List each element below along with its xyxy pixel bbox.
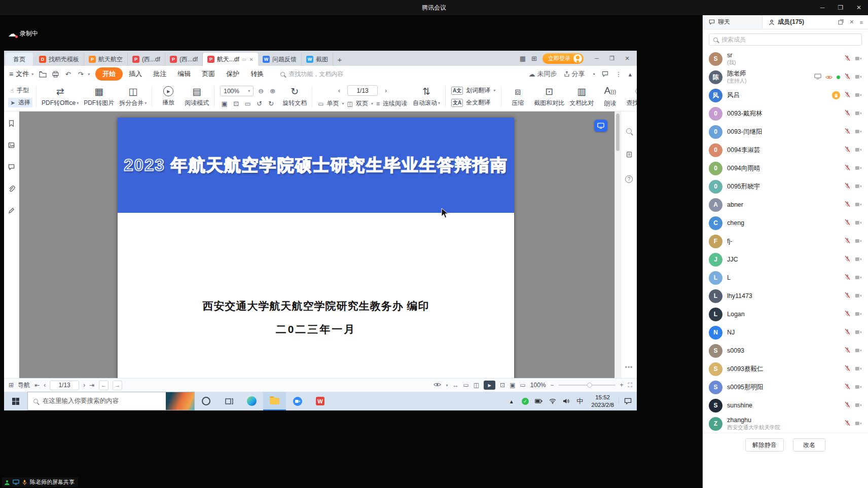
wps-tab[interactable]: P (西...df bbox=[128, 53, 165, 66]
print-button[interactable] bbox=[50, 71, 61, 78]
nav-toggle[interactable]: ⊞ 导航 bbox=[9, 381, 30, 390]
statusbar-page-indicator[interactable]: 1/13 bbox=[50, 381, 79, 390]
share-button[interactable]: 分享 bbox=[564, 69, 585, 79]
start-button[interactable] bbox=[4, 392, 27, 410]
hand-tool-button[interactable]: ☝手型 bbox=[10, 86, 30, 95]
zoom-select[interactable]: 100%▾ bbox=[220, 86, 254, 96]
slideshow-button[interactable]: ▶ bbox=[484, 381, 495, 390]
member-row[interactable]: S s0093蔡毅仁 bbox=[703, 360, 868, 378]
wps-tab[interactable]: W 问题反馈 bbox=[258, 53, 302, 66]
comment-icon[interactable] bbox=[602, 71, 608, 77]
next-page-icon[interactable]: › bbox=[83, 382, 85, 389]
network-icon[interactable] bbox=[546, 398, 559, 404]
member-row[interactable]: S s0095那明阳 bbox=[703, 378, 868, 396]
vertical-scrollbar[interactable] bbox=[614, 111, 621, 378]
eye-protect-icon[interactable] bbox=[433, 382, 441, 389]
meeting-share-badge[interactable] bbox=[594, 120, 607, 132]
search-daily-image[interactable] bbox=[166, 392, 194, 410]
document-canvas[interactable]: 2023 年航天航空学院硕士研究生毕业生答辩指南 西安交通大学航天航空学院研究生… bbox=[19, 111, 614, 378]
wps-tab[interactable]: W 截图 bbox=[302, 53, 333, 66]
cortana-button[interactable] bbox=[195, 392, 218, 410]
wps-tab[interactable]: D 找稻壳模板 bbox=[34, 53, 84, 66]
tab-close-icon[interactable]: ✕ bbox=[249, 57, 254, 62]
meeting-app-button[interactable] bbox=[286, 392, 309, 410]
comment-panel-icon[interactable] bbox=[8, 163, 15, 173]
single-page-button[interactable]: 单页 bbox=[327, 99, 339, 108]
member-row[interactable]: S sunshine bbox=[703, 396, 868, 415]
action-center-button[interactable] bbox=[619, 398, 637, 404]
wps-tab[interactable]: P 航天...df ▭ ✕ bbox=[203, 53, 258, 66]
first-page-icon[interactable]: ⇤ bbox=[34, 382, 40, 389]
full-width-icon[interactable]: ▭ bbox=[520, 382, 526, 389]
full-translate-button[interactable]: 文A全文翻译 bbox=[451, 98, 495, 107]
member-row[interactable]: S sr (我) bbox=[703, 50, 868, 68]
menu-item-插入[interactable]: 插入 bbox=[124, 68, 147, 80]
zoom-in-icon[interactable]: ⊕ bbox=[268, 87, 277, 95]
actual-size-icon[interactable]: ⊡ bbox=[500, 382, 505, 389]
popout-icon[interactable] bbox=[838, 19, 844, 25]
rename-button[interactable]: 改名 bbox=[793, 438, 825, 452]
rotate-right-icon[interactable]: ↻ bbox=[267, 100, 275, 107]
member-row[interactable]: 风 风吕 bbox=[703, 86, 868, 104]
wps-tab[interactable]: 首页 bbox=[6, 53, 33, 66]
panel-menu-icon[interactable]: ≡ bbox=[860, 19, 863, 25]
help-icon[interactable]: ? bbox=[625, 175, 633, 183]
member-row[interactable]: 0 0094李淑芸 bbox=[703, 141, 868, 159]
member-row[interactable]: L L bbox=[703, 269, 868, 287]
double-page-icon[interactable]: ◫ bbox=[474, 382, 479, 389]
cloud-sync-status[interactable]: ☁ 未同步 bbox=[529, 69, 557, 79]
fit-page-icon[interactable]: ▣ bbox=[220, 100, 229, 107]
zoom-out-icon[interactable]: ⊖ bbox=[257, 87, 265, 95]
next-view-icon[interactable]: → bbox=[113, 381, 122, 390]
doc-search-icon[interactable] bbox=[626, 127, 632, 136]
wps-app-button[interactable]: W bbox=[309, 392, 332, 410]
member-row[interactable]: L lhy11473 bbox=[703, 287, 868, 305]
collapse-ribbon-icon[interactable]: ▴ bbox=[628, 70, 632, 78]
workspace-icon[interactable]: ⊞ bbox=[531, 55, 537, 62]
doc-compare-button[interactable]: ▥ 文档比对 bbox=[567, 86, 596, 107]
menu-item-开始[interactable]: 开始 bbox=[95, 67, 123, 81]
theme-icon[interactable]: ◔ bbox=[592, 70, 596, 78]
quick-toolbar-caret-icon[interactable]: ▾ bbox=[88, 72, 90, 77]
thumbnail-icon[interactable] bbox=[8, 141, 15, 151]
member-row[interactable]: N NJ bbox=[703, 323, 868, 342]
read-aloud-button[interactable]: A))) 朗读 bbox=[596, 85, 624, 108]
statusbar-zoom-value[interactable]: 100% bbox=[530, 382, 546, 389]
tab-members[interactable]: 成员(175) bbox=[763, 15, 838, 29]
security-tray-icon[interactable]: ✓ bbox=[518, 398, 532, 405]
compress-button[interactable]: ⧈ 压缩 bbox=[504, 86, 531, 107]
battery-icon[interactable] bbox=[532, 399, 546, 403]
read-mode-button[interactable]: ▤ 阅读模式 bbox=[182, 86, 211, 107]
ime-indicator[interactable]: 中 bbox=[573, 397, 587, 406]
wps-close-button[interactable]: ✕ bbox=[620, 55, 635, 62]
clock[interactable]: 15:52 2023/2/8 bbox=[587, 394, 619, 409]
login-button[interactable]: 立即登录 bbox=[542, 53, 584, 64]
member-row[interactable]: 0 0094向雨晴 bbox=[703, 159, 868, 177]
member-row[interactable]: L Logan bbox=[703, 305, 868, 323]
next-page-icon[interactable]: › bbox=[381, 87, 391, 94]
wps-tab[interactable]: P 航天航空 bbox=[84, 53, 128, 66]
pdf-to-image-button[interactable]: ▦ PDF转图片 bbox=[81, 86, 117, 107]
actual-size-icon[interactable]: ▭ bbox=[243, 100, 252, 107]
continuous-read-button[interactable]: 连续阅读 bbox=[383, 99, 407, 108]
tab-chat[interactable]: 聊天 bbox=[703, 15, 763, 29]
open-file-button[interactable] bbox=[37, 71, 48, 78]
menu-item-批注[interactable]: 批注 bbox=[148, 68, 171, 80]
notes-icon[interactable] bbox=[626, 151, 633, 160]
member-row[interactable]: C cheng bbox=[703, 214, 868, 232]
member-row[interactable]: 0 0095邢晓宇 bbox=[703, 177, 868, 196]
zoom-out-icon[interactable]: − bbox=[551, 382, 554, 389]
find-replace-button[interactable]: 查找替换 bbox=[624, 86, 637, 107]
maximize-button[interactable]: ❒ bbox=[831, 0, 850, 15]
rail-more-icon[interactable]: ••• bbox=[625, 364, 633, 371]
more-kebab-icon[interactable]: ⋮ bbox=[615, 70, 622, 78]
zoom-in-icon[interactable]: + bbox=[620, 382, 624, 389]
double-page-button[interactable]: 双页 bbox=[356, 99, 368, 108]
attachment-icon[interactable] bbox=[8, 185, 15, 195]
zoom-slider[interactable] bbox=[559, 385, 616, 386]
edge-button[interactable] bbox=[240, 392, 263, 410]
function-search[interactable]: 查找功能，文档内容 bbox=[280, 70, 343, 79]
split-merge-button[interactable]: ◫ 拆分合并▾ bbox=[117, 86, 149, 107]
member-row[interactable]: J JJC bbox=[703, 250, 868, 269]
member-row[interactable]: 陈 陈老师 (主持人) bbox=[703, 68, 868, 86]
